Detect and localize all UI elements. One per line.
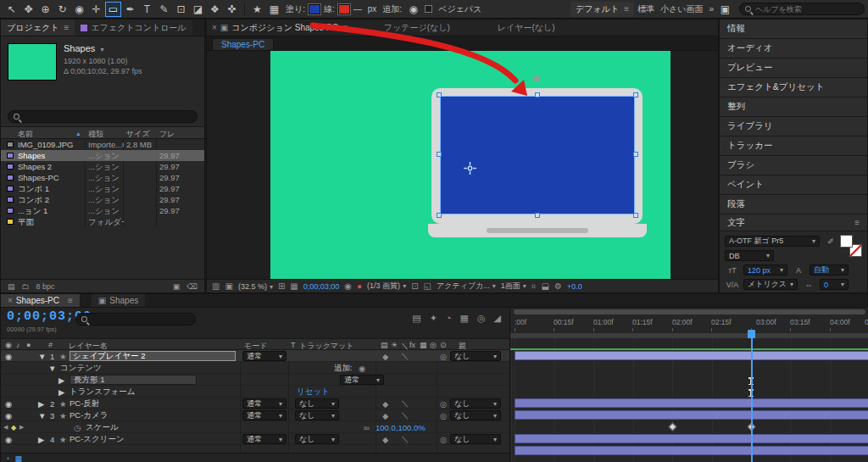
table-row[interactable]: コンポ 1 ...ション 29.97 bbox=[1, 183, 204, 194]
panel-character[interactable]: 文字 ≡ bbox=[720, 214, 867, 231]
keyframe-diamond[interactable] bbox=[669, 423, 677, 431]
motion-blur-icon[interactable]: ◎ bbox=[477, 313, 486, 324]
transfer-controls-icon[interactable]: ▦ bbox=[14, 454, 22, 462]
quality-switch[interactable]: ＼ bbox=[401, 410, 409, 420]
graph-editor-icon[interactable]: ◢ bbox=[494, 313, 501, 324]
type-tool[interactable]: T bbox=[139, 2, 155, 17]
tab-project[interactable]: プロジェクト ≡ bbox=[1, 19, 75, 36]
camera-control[interactable]: アクティブカ...▾ bbox=[437, 281, 496, 292]
stroke-label[interactable]: 線: bbox=[324, 3, 335, 15]
shape-group-name[interactable]: 長方形 1 bbox=[70, 375, 197, 385]
font-style-select[interactable]: DB ▾ bbox=[725, 250, 774, 261]
parent-pickwhip-icon[interactable]: ◎ bbox=[440, 351, 447, 361]
eraser-tool[interactable]: ◪ bbox=[190, 2, 206, 17]
video-toggle-icon[interactable]: ◉ bbox=[5, 410, 12, 420]
checkerboard-icon[interactable]: ▦ bbox=[266, 2, 282, 17]
table-row[interactable]: コンポ 2 ...ション 29.97 bbox=[1, 194, 204, 205]
rectangle-shape-layer[interactable] bbox=[440, 96, 635, 214]
selection-handle[interactable] bbox=[437, 213, 442, 218]
selection-handle[interactable] bbox=[633, 152, 638, 157]
panel-preview[interactable]: プレビュー bbox=[720, 58, 867, 78]
layer-name[interactable]: PC-反射 bbox=[70, 398, 99, 409]
expander-icon[interactable]: ▶ bbox=[38, 434, 44, 444]
panel-libraries[interactable]: ライブラリ bbox=[720, 117, 867, 136]
channel-icon[interactable]: ● bbox=[357, 281, 362, 291]
add-shape-icon[interactable]: ◉ bbox=[359, 363, 365, 373]
layer-name-edit-box[interactable]: シェイプレイヤー 2 bbox=[70, 351, 236, 361]
table-row[interactable]: Shapes ...ション 29.97 bbox=[1, 150, 204, 161]
track-matte-select[interactable]: なし▾ bbox=[295, 410, 339, 420]
roto-brush-tool[interactable]: ❖ bbox=[207, 2, 223, 17]
expander-icon[interactable]: ▶ bbox=[38, 398, 44, 409]
layer-row[interactable]: ◉ ▶ 2 ★ PC-反射 通常▾ なし▾ ◆ ＼ ◎ なし▾ bbox=[1, 398, 509, 409]
timeline-button-icon[interactable]: ⚙ bbox=[554, 281, 562, 291]
fill-color-white-swatch[interactable] bbox=[840, 235, 853, 248]
expander-icon[interactable]: ▼ bbox=[38, 410, 46, 420]
bezier-path-checkbox[interactable] bbox=[425, 5, 432, 13]
workspace-small-screen-tab[interactable]: 小さい画面 bbox=[660, 3, 703, 15]
tracking-select[interactable]: 0 ▾ bbox=[820, 279, 849, 290]
add-menu-icon[interactable]: ◉ bbox=[405, 2, 421, 17]
tab-footage[interactable]: フッテージ(なし) bbox=[384, 22, 450, 34]
help-search-box[interactable] bbox=[739, 3, 865, 15]
new-folder-icon[interactable]: 🗀 bbox=[22, 282, 30, 291]
pan-behind-tool[interactable]: ✛ bbox=[88, 2, 104, 17]
timeline-graph-area[interactable]: :00f 00:15f 01:00f 01:15f 02:00f 02:15f … bbox=[509, 308, 868, 462]
sort-icon[interactable]: ▲ bbox=[75, 131, 81, 136]
property-row-scale[interactable]: ◀ ◆ ▶ ◷ スケール ∞ 100.0,100.0% bbox=[1, 421, 509, 433]
project-search-input[interactable] bbox=[24, 112, 192, 120]
selection-handle[interactable] bbox=[437, 92, 442, 97]
position-gizmo-icon[interactable] bbox=[464, 162, 476, 175]
current-time-indicator[interactable] bbox=[751, 330, 753, 462]
frame-blending-icon[interactable]: ▦ bbox=[460, 313, 469, 324]
reset-link[interactable]: リセット bbox=[297, 387, 330, 397]
selected-item-name[interactable]: Shapes ▾ bbox=[64, 43, 142, 53]
layer-bars-area[interactable] bbox=[510, 338, 868, 462]
font-family-select[interactable]: A-OTF 新ゴ Pr5 ▾ bbox=[725, 236, 820, 247]
add-shape-label[interactable]: 追加: bbox=[334, 363, 353, 373]
group-row-transform[interactable]: ▶ トランスフォーム リセット bbox=[1, 386, 509, 398]
parent-pickwhip-icon[interactable]: ◎ bbox=[440, 410, 447, 420]
tab-composition[interactable]: コンポジション Shapes-PC bbox=[231, 22, 338, 34]
tab-effect-controls[interactable]: エフェクトコントロール bbox=[75, 19, 192, 36]
stroke-width-value[interactable]: — bbox=[353, 4, 362, 14]
track-matte-select[interactable]: なし▾ bbox=[295, 398, 339, 409]
blend-mode-select[interactable]: 通常▾ bbox=[242, 410, 287, 420]
group-row-rectangle[interactable]: ▶ 長方形 1 通常▾ bbox=[1, 374, 509, 386]
stroke-color-swatch[interactable] bbox=[338, 4, 350, 14]
main-viewer-icon[interactable]: ▣ bbox=[225, 281, 232, 291]
keyframe-next-icon[interactable]: ▶ bbox=[19, 422, 24, 432]
layer-row[interactable]: ◉ ▼ 1 ★ シェイプレイヤー 2 通常▾ ◆ ＼ ◎ なし▾ bbox=[1, 350, 509, 362]
composition-viewport[interactable] bbox=[207, 51, 718, 281]
selection-handle[interactable] bbox=[535, 213, 540, 218]
region-of-interest-icon[interactable]: ⊡ bbox=[411, 281, 418, 291]
panel-paragraph[interactable]: 段落 bbox=[720, 195, 867, 214]
bpc-indicator[interactable]: 8 bpc bbox=[36, 282, 55, 291]
workspace-bar-icon[interactable]: ▣ bbox=[717, 2, 733, 17]
parent-pickwhip-icon[interactable]: ◎ bbox=[440, 398, 447, 409]
panel-tracker[interactable]: トラッカー bbox=[720, 136, 867, 156]
table-row[interactable]: ...ョン 1 ...ション 29.97 bbox=[1, 205, 204, 216]
blend-mode-select[interactable]: 通常▾ bbox=[242, 398, 287, 409]
font-size-select[interactable]: 120 px ▾ bbox=[743, 264, 787, 276]
table-row[interactable]: IMG_0109.JPG Importe...G 2.8 MB bbox=[1, 139, 204, 150]
timeline-panel-menu-icon[interactable]: ≡ bbox=[68, 296, 73, 305]
camera-tool[interactable]: ◉ bbox=[71, 2, 87, 17]
view-layout-control[interactable]: 1画面▾ bbox=[501, 281, 526, 292]
layer-duration-bar[interactable] bbox=[515, 434, 868, 443]
interpret-footage-icon[interactable]: ▤ bbox=[8, 282, 15, 291]
group-name[interactable]: コンテンツ bbox=[60, 363, 102, 373]
keyframe-prev-icon[interactable]: ◀ bbox=[3, 422, 8, 432]
selection-tool[interactable]: ↖ bbox=[3, 2, 19, 17]
hide-shy-layers-icon[interactable]: ◔ bbox=[446, 313, 452, 324]
new-composition-icon[interactable]: ▣ bbox=[173, 282, 181, 291]
table-row[interactable]: Shapes 2 ...ション 29.97 bbox=[1, 161, 204, 172]
quality-switch[interactable]: ＼ bbox=[401, 434, 409, 444]
selection-handle[interactable] bbox=[535, 92, 540, 97]
selection-handle[interactable] bbox=[437, 152, 442, 157]
project-search-box[interactable] bbox=[8, 110, 198, 123]
brush-tool[interactable]: ✎ bbox=[156, 2, 172, 17]
panel-effects-presets[interactable]: エフェクト&プリセット bbox=[720, 78, 867, 97]
layer-name[interactable]: PC-カメラ bbox=[70, 410, 108, 420]
hand-tool[interactable]: ✥ bbox=[20, 2, 36, 17]
